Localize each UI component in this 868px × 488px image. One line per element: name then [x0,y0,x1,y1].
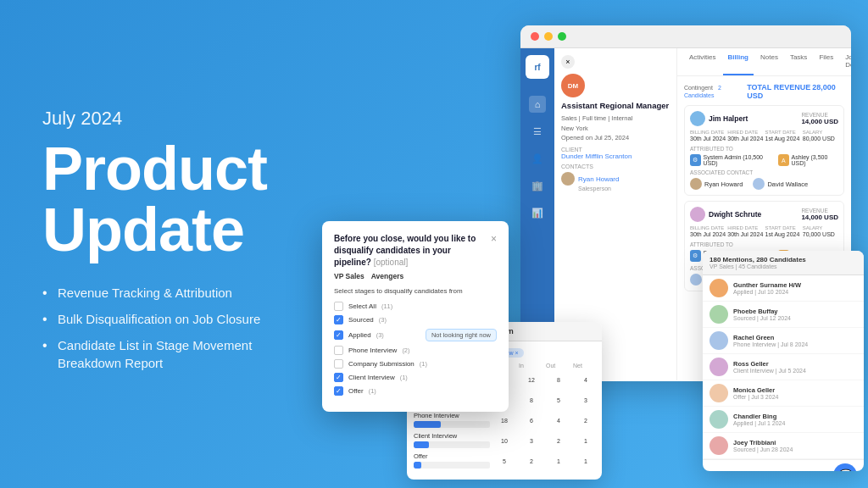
job-client-name[interactable]: Dunder Mifflin Scranton [561,152,670,160]
tab-activities[interactable]: Activities [684,48,721,75]
checkbox-company-box[interactable] [334,359,343,369]
modal-optional-text: [optional] [374,258,409,267]
attr-row-1: ⚙ System Admin (10,500 USD) A Ashley (3,… [690,154,838,166]
attr-icon-1b: A [778,154,789,166]
start-date-label-2: START DATE [765,225,801,230]
contact-avatar [561,172,575,186]
attributed-to-label-1: ATTRIBUTED TO [690,146,838,152]
checkbox-phone-label: Phone Interview [348,347,397,354]
salary-1: SALARY 80,000 USD [803,130,838,142]
checkbox-company-submission[interactable]: Company Submission (1) [334,359,497,369]
col-out: Out [546,363,571,369]
cand-list-detail-3: Client Interview | Jul 5 2024 [733,368,857,374]
candidate-list-item-1[interactable]: Phoebe Buffay Sourced | Jul 12 2024 [703,302,864,328]
checkbox-phone-box[interactable] [334,346,343,355]
checkbox-select-all[interactable]: Select All (11) [334,302,497,311]
cand-list-info-1: Phoebe Buffay Sourced | Jul 12 2024 [733,308,857,321]
window-close-dot[interactable] [531,32,539,41]
checkbox-sourced-count: (3) [379,316,387,324]
assoc-avatar-1a [690,178,702,190]
cand-list-name-0: Gunther Surname H/W [733,281,857,289]
chat-button-row: 💬 [703,459,864,471]
sidebar-icon-candidates[interactable]: 👤 [529,150,546,167]
attr-icon-1a: ⚙ [690,154,701,166]
chat-button[interactable]: 💬 [833,463,857,471]
checkbox-applied-box[interactable]: ✓ [334,330,343,340]
modal-team-label: Avengers [371,272,403,280]
sidebar-icon-home[interactable]: ⌂ [529,96,546,113]
attr-name-1b: Ashley (3,500 USD) [792,154,838,166]
cand-list-detail-4: Offer | Jul 3 2024 [733,394,857,400]
billing-date-val-1: 30th Jul 2024 [690,136,726,141]
cand-list-avatar-1 [709,305,728,324]
attr-person-1b: A Ashley (3,500 USD) [778,154,838,166]
modal-title: Before you close, would you like to disq… [334,233,487,269]
tab-notes[interactable]: Notes [755,48,783,75]
candidate-list-item-6[interactable]: Joey Tribbiani Sourced | Jun 28 2024 [703,433,864,459]
cand-list-detail-1: Sourced | Jul 12 2024 [733,315,857,321]
candidate-name-2: Dwight Schrute [709,210,761,219]
sidebar-icon-reports[interactable]: 📊 [529,204,546,221]
title-product: Product [42,138,297,199]
col-net: Net [573,363,598,369]
assoc-person-1b: David Wallace [753,178,808,190]
cand-list-avatar-2 [709,331,728,350]
job-close-button[interactable]: × [561,55,575,69]
disqualify-modal: Before you close, would you like to disq… [322,221,509,412]
cand-list-name-2: Rachel Green [733,334,857,341]
hired-date-val-2: 30th Jul 2024 [727,231,763,237]
cand-list-avatar-6 [709,436,728,455]
start-date-2: START DATE 1st Aug 2024 [765,225,801,238]
modal-close-button[interactable]: × [491,233,497,245]
cand-list-detail-6: Sourced | Jun 28 2024 [733,446,857,452]
right-panel: rf ⌂ ☰ 👤 🏢 📊 × DM Assistant Regional Man… [331,0,868,488]
start-date-val-1: 1st Aug 2024 [765,136,800,141]
checkbox-offer-box[interactable]: ✓ [334,386,343,396]
stage-in-0: 12 [519,377,544,383]
checkbox-applied[interactable]: ✓ Applied (3) Not looking right now [334,329,497,341]
tab-billing[interactable]: Billing [723,48,754,75]
sidebar-icon-clients[interactable]: 🏢 [529,177,546,194]
bullet-item-2: Bulk Disqualification on Job Closure [42,310,297,328]
modal-instruction: Select stages to disqualify candidates f… [334,287,497,295]
candidate-list: Gunther Surname H/W Applied | Jul 10 202… [703,275,864,459]
tab-files[interactable]: Files [814,48,838,75]
stage-total-4: 5 [492,458,517,464]
hired-date-2: HIRED DATE 30th Jul 2024 [727,225,763,238]
candidate-list-item-4[interactable]: Monica Geller Offer | Jul 3 2024 [703,380,864,407]
hired-date-label-2: HIRED DATE [727,225,763,230]
checkbox-offer-label: Offer [348,387,364,395]
candidate-name-row-1: Jim Halpert [690,111,748,126]
checkbox-sourced-box[interactable]: ✓ [334,315,343,324]
billing-date-1: BILLING DATE 30th Jul 2024 [690,130,726,142]
stage-name-3: Client Interview [414,432,490,440]
tab-job-description[interactable]: Job Description [840,48,851,75]
stage-total-3: 10 [492,438,517,444]
contingent-badge: Contingent [684,85,713,91]
checkbox-select-all-box[interactable] [334,302,343,311]
start-date-label-1: START DATE [765,130,801,135]
checkbox-client-box[interactable]: ✓ [334,373,343,382]
checkbox-sourced[interactable]: ✓ Sourced (3) [334,315,497,324]
assoc-avatar-2b [690,274,702,286]
window-maximize-dot[interactable] [558,32,566,41]
tab-tasks[interactable]: Tasks [785,48,812,75]
checkbox-offer[interactable]: ✓ Offer (1) [334,386,497,396]
left-panel: July 2024 Product Update Revenue Trackin… [0,74,331,414]
candidate-list-item-3[interactable]: Ross Geller Client Interview | Jul 5 202… [703,354,864,380]
checkbox-phone-interview[interactable]: Phone Interview (2) [334,346,497,355]
contingent-info: Contingent 2 Candidates [684,84,747,99]
billing-date-label-2: BILLING DATE [690,225,726,230]
cand-list-info-0: Gunther Surname H/W Applied | Jul 10 202… [733,281,857,295]
title-update: Update [42,199,297,260]
candidate-list-item-2[interactable]: Rachel Green Phone Interview | Jul 8 202… [703,328,864,354]
candidate-list-item-5[interactable]: Chandler Bing Applied | Jul 1 2024 [703,407,864,433]
contact-name[interactable]: Ryan Howard [578,175,619,183]
salary-label-1: SALARY [803,130,838,135]
window-minimize-dot[interactable] [544,32,553,41]
candidate-list-item-0[interactable]: Gunther Surname H/W Applied | Jul 10 202… [703,275,864,302]
stage-bar-3 [414,441,490,448]
sidebar-icon-jobs[interactable]: ☰ [529,123,546,140]
checkbox-client-interview[interactable]: ✓ Client Interview (1) [334,373,497,382]
stage-out-2: 4 [546,418,571,424]
